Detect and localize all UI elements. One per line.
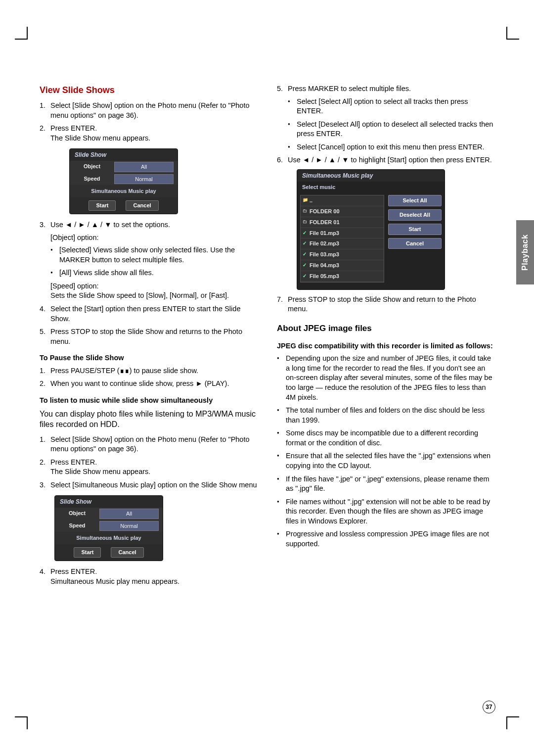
step-text-inner: Use ◄ / ► / ▲ / ▼ to highlight [Start] o…	[288, 156, 492, 164]
step-text: Press ENTER. The Slide Show menu appears…	[40, 124, 257, 143]
bullet-text: Ensure that all the selected files have …	[277, 451, 494, 471]
page-number: 37	[483, 701, 495, 713]
ui-label-speed: Speed	[70, 173, 114, 186]
ui-subtitle: Select music	[297, 182, 445, 193]
ui-title: Slide Show	[55, 496, 163, 508]
step-text-inner: Press MARKER to select multiple files.	[288, 85, 411, 93]
ui-value-speed: Normal	[99, 521, 159, 531]
bullet-text: Select [Deselect All] option to deselect…	[288, 120, 494, 139]
step-text-inner: Press ENTER.	[50, 458, 97, 466]
bullet-text: Progressive and lossless compression JPE…	[277, 529, 494, 549]
ui-button-cancel: Cancel	[388, 238, 442, 249]
bullet-text: Select [Select All] option to select all…	[288, 97, 494, 116]
step-subtext: Simultaneous Music play menu appears.	[50, 577, 257, 587]
step-text: Use ◄ / ► / ▲ / ▼ to set the options. [O…	[40, 220, 257, 301]
option-label: [Speed] option:	[50, 282, 257, 291]
bullet-text: [All] Views slide show all files.	[50, 268, 257, 278]
ui-file-list: .. FOLDER 00 FOLDER 01 File 01.mp3 File …	[300, 195, 384, 283]
heading-view-slide-shows: View Slide Shows	[40, 84, 257, 96]
ui-button-start: Start	[388, 224, 442, 235]
step-text: Press STOP to stop the Slide Show and re…	[40, 327, 257, 346]
step-text: When you want to continue slide show, pr…	[40, 379, 257, 389]
intro-text: You can display photo files while listen…	[40, 409, 257, 430]
ui-label-object: Object	[70, 161, 114, 173]
list-item-file: File 01.mp3	[301, 228, 384, 239]
list-item-folder: FOLDER 00	[301, 206, 384, 217]
ui-value-object: All	[99, 509, 159, 519]
crop-mark	[506, 716, 519, 729]
ui-title: Slide Show	[70, 149, 178, 161]
ui-button-cancel: Cancel	[111, 547, 143, 558]
crop-mark	[15, 716, 28, 729]
bullet-text: If the files have ".jpe" or ".jpeg" exte…	[277, 474, 494, 494]
list-item-file: File 03.mp3	[301, 249, 384, 260]
subheading-pause: To Pause the Slide Show	[40, 353, 257, 363]
bullet-text: [Selected] Views slide show only selecte…	[50, 245, 257, 265]
ui-label-simultaneous: Simultaneous Music play	[55, 532, 163, 544]
ui-footer-hint	[297, 285, 445, 289]
step-text: Select [Slide Show] option on the Photo …	[40, 101, 257, 120]
ui-label-speed: Speed	[55, 520, 99, 532]
step-subtext: The Slide Show menu appears.	[50, 134, 257, 143]
page-content: View Slide Shows Select [Slide Show] opt…	[0, 0, 534, 619]
step-text: Press MARKER to select multiple files. S…	[277, 84, 494, 152]
heading-about-jpeg: About JPEG image files	[277, 323, 494, 334]
list-item-up: ..	[301, 195, 384, 206]
step-text: Use ◄ / ► / ▲ / ▼ to highlight [Start] o…	[277, 155, 494, 165]
list-item-file: File 02.mp3	[301, 238, 384, 249]
step-text: Select [Slide Show] option on the Photo …	[40, 435, 257, 454]
right-column: Press MARKER to select multiple files. S…	[277, 84, 494, 590]
step-text: Press ENTER. The Slide Show menu appears…	[40, 458, 257, 477]
bullet-text: File names without ".jpg" extension will…	[277, 497, 494, 526]
subheading-compatibility: JPEG disc compatibility with this record…	[277, 341, 494, 351]
step-text: Select the [Start] option then press ENT…	[40, 304, 257, 324]
list-item-file: File 04.mp3	[301, 260, 384, 271]
ui-button-deselect-all: Deselect All	[388, 209, 442, 221]
option-label: [Object] option:	[50, 233, 257, 243]
subheading-listen-music: To listen to music while slide show simu…	[40, 396, 257, 406]
music-play-menu-illustration: Simultaneous Music play Select music .. …	[297, 169, 445, 290]
step-text-inner: Press ENTER.	[50, 124, 97, 132]
ui-title: Simultaneous Music play	[297, 170, 445, 182]
step-text-inner: Press ENTER.	[50, 567, 97, 575]
ui-button-start: Start	[89, 200, 116, 211]
step-subtext: The Slide Show menu appears.	[50, 467, 257, 477]
step-text-inner: Use ◄ / ► / ▲ / ▼ to set the options.	[50, 221, 170, 229]
bullet-text: Some discs may be incompatible due to a …	[277, 428, 494, 448]
left-column: View Slide Shows Select [Slide Show] opt…	[40, 84, 257, 590]
step-text: Select [Simultaneous Music play] option …	[40, 480, 257, 490]
ui-button-cancel: Cancel	[126, 200, 158, 211]
ui-label-object: Object	[55, 508, 99, 520]
step-text: Press STOP to stop the Slide Show and re…	[277, 295, 494, 314]
bullet-text: Depending upon the size and number of JP…	[277, 354, 494, 402]
step-text: Press ENTER. Simultaneous Music play men…	[40, 567, 257, 586]
slideshow-menu-illustration: Slide Show Object All Speed Normal Simul…	[69, 148, 178, 215]
list-item-folder: FOLDER 01	[301, 217, 384, 228]
list-item-file: File 05.mp3	[301, 271, 384, 282]
option-desc: Sets the Slide Show speed to [Slow], [No…	[50, 291, 257, 301]
bullet-text: Select [Cancel] option to exit this menu…	[288, 142, 494, 152]
ui-label-simultaneous: Simultaneous Music play	[70, 185, 178, 197]
bullet-text: The total number of files and folders on…	[277, 406, 494, 425]
ui-value-speed: Normal	[114, 174, 174, 185]
ui-value-object: All	[114, 162, 174, 172]
slideshow-menu-illustration: Slide Show Object All Speed Normal Simul…	[54, 495, 163, 562]
ui-button-start: Start	[74, 547, 101, 558]
step-text: Press PAUSE/STEP (∎∎) to pause slide sho…	[40, 366, 257, 376]
ui-button-select-all: Select All	[388, 195, 442, 206]
